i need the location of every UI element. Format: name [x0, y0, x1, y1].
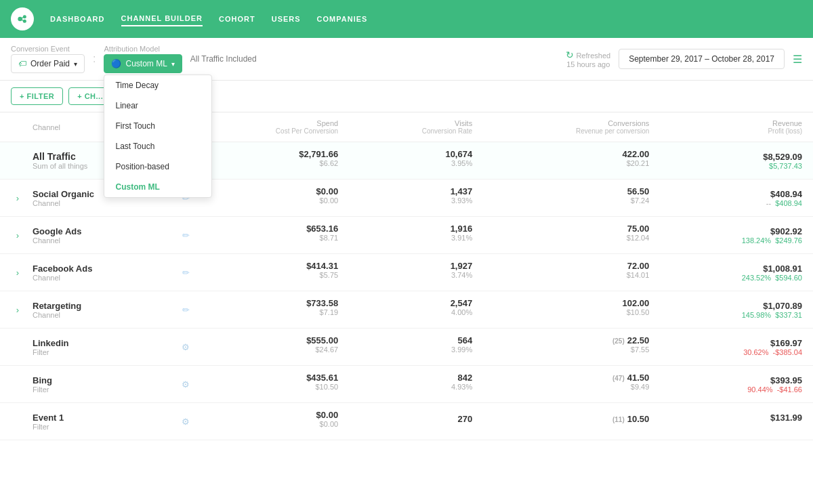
row-name-cell: Linkedin Filter: [22, 329, 171, 366]
th-conversions-sub: Revenue per conversion: [494, 127, 649, 135]
spend-value: $2,791.66 $6.62: [203, 149, 338, 172]
revenue-sub: [800, 423, 802, 431]
svg-point-1: [23, 15, 26, 18]
th-conversions: Conversions Revenue per conversion: [483, 112, 660, 142]
conversions-main: 422.00: [623, 149, 650, 159]
row-sub: Channel: [33, 274, 160, 282]
nav-channel-builder[interactable]: Channel Builder: [121, 12, 203, 26]
revenue-main: $8,529.09: [763, 152, 802, 162]
th-revenue: Revenue Profit (loss): [660, 112, 813, 142]
th-channel-label: Channel: [33, 123, 60, 131]
traffic-label: All Traffic Included: [190, 54, 257, 64]
revenue-change: 30.62%: [743, 348, 768, 356]
th-spend: Spend Cost Per Conversion: [192, 112, 349, 142]
nav-companies[interactable]: Companies: [317, 12, 368, 26]
row-expand-chevron[interactable]: ›: [0, 291, 22, 329]
visits-main: 842: [457, 373, 472, 383]
th-conversions-label: Conversions: [608, 119, 649, 127]
visits-value: 2,547 4.00%: [360, 298, 472, 321]
conversions-main: 75.00: [627, 224, 650, 234]
edit-icon[interactable]: ✏: [182, 230, 190, 240]
revenue-value: $8,529.09 $5,737.43: [671, 152, 802, 170]
revenue-profit: -$41.66: [775, 385, 802, 394]
conversions-value: (47)41.50 $9.49: [494, 373, 649, 396]
gear-icon[interactable]: ⚙: [182, 417, 190, 427]
revenue-change: 145.98%: [742, 311, 771, 319]
attribution-select[interactable]: 🔵 Custom ML ▾: [104, 54, 182, 73]
row-no-expand: [0, 366, 22, 403]
dropdown-last-touch[interactable]: Last Touch: [104, 136, 211, 156]
row-name-cell: Facebook Ads Channel: [22, 254, 171, 291]
row-visits: 1,916 3.91%: [349, 217, 483, 254]
row-expand-chevron[interactable]: ›: [0, 254, 22, 291]
spend-sub: $7.19: [320, 308, 339, 316]
add-filter-button[interactable]: + FILTER: [11, 87, 63, 105]
edit-icon[interactable]: ✏: [182, 305, 190, 315]
row-revenue: $408.94 -- $408.94: [660, 180, 813, 217]
spend-sub: $6.62: [320, 159, 339, 167]
revenue-value: $131.99: [671, 413, 802, 431]
spend-value: $555.00 $24.67: [203, 335, 338, 358]
revenue-sub: 30.62% -$385.04: [743, 348, 802, 356]
row-revenue: $1,070.89 145.98% $337.31: [660, 291, 813, 329]
row-sub: Filter: [33, 385, 160, 394]
revenue-profit: $594.60: [773, 274, 802, 282]
conversion-select[interactable]: 🏷 Order Paid ▾: [11, 54, 85, 73]
row-revenue: $1,008.91 243.52% $594.60: [660, 254, 813, 291]
conversions-badge: (11): [612, 416, 625, 423]
row-expand-chevron[interactable]: ›: [0, 217, 22, 254]
dropdown-custom-ml[interactable]: Custom ML: [104, 177, 211, 197]
filter-icon-btn[interactable]: ☰: [793, 53, 802, 66]
visits-main: 10,674: [445, 149, 472, 159]
revenue-sub: 138.24% $249.76: [742, 236, 802, 245]
row-sub: Channel: [33, 199, 160, 207]
row-sub: Channel: [33, 236, 160, 245]
attribution-select-wrap: 🔵 Custom ML ▾: [104, 54, 182, 73]
visits-sub: 4.00%: [451, 308, 472, 316]
conversions-value: (11)10.50: [494, 414, 649, 429]
revenue-value: $408.94 -- $408.94: [671, 189, 802, 207]
nav-cohort[interactable]: Cohort: [219, 12, 255, 26]
row-name-cell: Event 1 Filter: [22, 403, 171, 440]
refresh-icon: ↻: [566, 49, 574, 60]
conversions-value: 72.00 $14.01: [494, 261, 649, 284]
visits-main: 1,916: [451, 224, 473, 234]
dropdown-first-touch[interactable]: First Touch: [104, 116, 211, 136]
row-edit-cell: ✏: [171, 217, 192, 254]
attribution-value: Custom ML: [125, 59, 167, 68]
visits-sub: 3.74%: [451, 271, 472, 279]
spend-main: $653.16: [306, 224, 338, 234]
edit-icon[interactable]: ✏: [182, 268, 190, 278]
gear-icon[interactable]: ⚙: [182, 379, 190, 390]
visits-main: 564: [457, 335, 472, 345]
row-sub: Channel: [33, 311, 160, 319]
revenue-profit: $249.76: [773, 236, 802, 245]
row-visits: 1,437 3.93%: [349, 180, 483, 217]
conversions-value: 102.00 $10.50: [494, 298, 649, 321]
date-range-picker[interactable]: September 29, 2017 – October 28, 2017: [619, 49, 785, 69]
row-visits: 1,927 3.74%: [349, 254, 483, 291]
row-name-cell: Retargeting Channel: [22, 291, 171, 329]
nav-dashboard[interactable]: Dashboard: [50, 12, 105, 26]
dropdown-time-decay[interactable]: Time Decay: [104, 75, 211, 96]
spend-sub: $10.50: [315, 383, 338, 391]
spend-main: $414.31: [306, 261, 338, 271]
row-expand-chevron[interactable]: ›: [0, 180, 22, 217]
row-conversions: 102.00 $10.50: [483, 291, 660, 329]
row-revenue: $902.92 138.24% $249.76: [660, 217, 813, 254]
dropdown-linear[interactable]: Linear: [104, 96, 211, 116]
spend-sub: $0.00: [320, 420, 339, 428]
nav-users[interactable]: Users: [272, 12, 301, 26]
conversions-main: (11)10.50: [612, 414, 649, 424]
logo: [11, 7, 34, 30]
svg-point-2: [23, 20, 26, 23]
gear-icon[interactable]: ⚙: [182, 342, 190, 352]
conversion-value: Order Paid: [30, 59, 70, 68]
table-row: Linkedin Filter ⚙ $555.00 $24.67 564 3.9…: [0, 329, 813, 366]
revenue-profit: $337.31: [773, 311, 802, 319]
conversions-sub: $7.24: [631, 196, 650, 205]
visits-main: 2,547: [451, 298, 473, 308]
table-row: › Facebook Ads Channel ✏ $414.31 $5.75 1…: [0, 254, 813, 291]
dropdown-position-based[interactable]: Position-based: [104, 156, 211, 177]
table-row: Bing Filter ⚙ $435.61 $10.50 842 4.93% (…: [0, 366, 813, 403]
